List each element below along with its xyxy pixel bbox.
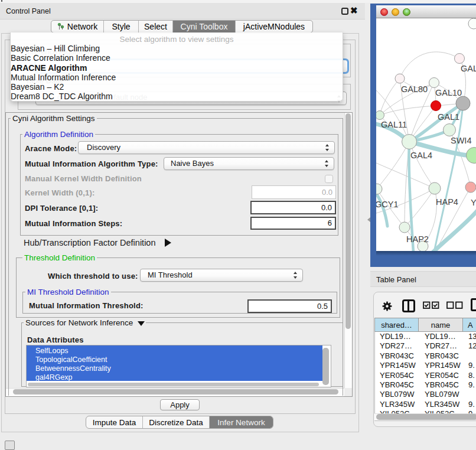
svg-text:Y: Y [471, 198, 476, 207]
svg-text:GAL11: GAL11 [381, 120, 407, 129]
svg-text:GAL80: GAL80 [401, 84, 428, 94]
svg-text:GAL1: GAL1 [438, 112, 459, 122]
svg-text:HAP4: HAP4 [436, 197, 458, 207]
svg-text:GCY1: GCY1 [376, 200, 399, 209]
svg-text:GAL: GAL [461, 64, 476, 73]
svg-text:HAP2: HAP2 [406, 234, 429, 244]
svg-text:SWI4: SWI4 [451, 136, 471, 145]
svg-text:GAL4: GAL4 [410, 151, 432, 160]
svg-text:GAL10: GAL10 [435, 88, 462, 97]
